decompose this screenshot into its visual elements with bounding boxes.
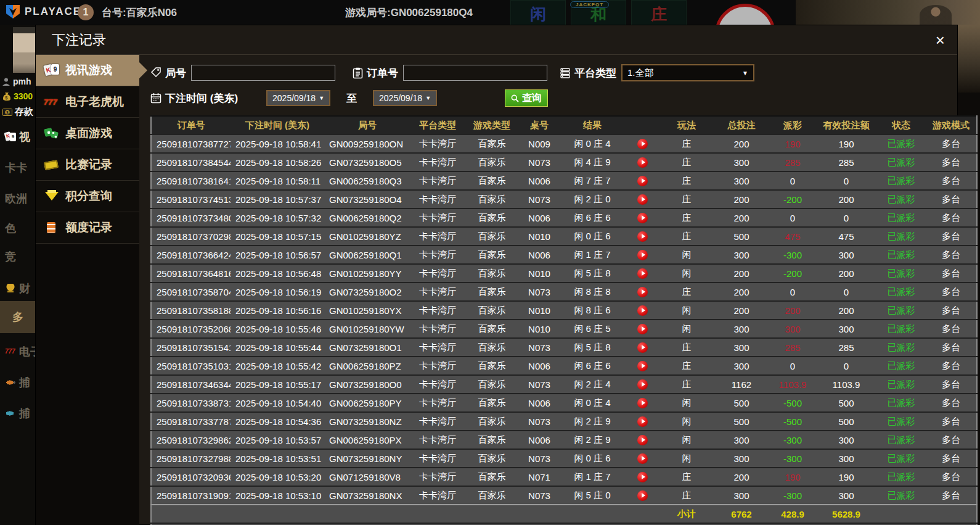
cell-result: 闲 2 庄 9: [560, 431, 625, 449]
cell-mode: 多台: [926, 153, 977, 172]
cell-valid: 500: [816, 412, 876, 431]
cell-status: 已派彩: [876, 190, 926, 209]
brand-logo[interactable]: PLAYACE: [5, 4, 81, 20]
replay-play-button[interactable]: [637, 250, 648, 260]
replay-play-button[interactable]: [637, 231, 648, 242]
bg-menu-label: 欧洲: [5, 191, 27, 206]
replay-play-button[interactable]: [637, 472, 648, 482]
cell-order: 250918107337787: [151, 412, 231, 431]
bg-menu-item: 欧洲: [5, 186, 27, 211]
deposit-label: 存款: [15, 106, 33, 118]
cell-play: [625, 209, 659, 227]
cell-payout: -200: [769, 264, 816, 283]
bg-menu-item: 卡卡: [5, 155, 27, 180]
round-number-input[interactable]: [191, 65, 335, 81]
cell-game: 百家乐: [465, 431, 519, 449]
replay-play-button[interactable]: [637, 416, 648, 427]
replay-play-button[interactable]: [637, 176, 648, 186]
replay-play-button[interactable]: [637, 398, 648, 408]
search-button[interactable]: 查询: [505, 89, 548, 107]
cell-valid: 1103.9: [816, 375, 876, 394]
replay-play-button[interactable]: [637, 379, 648, 390]
cell-mode: 多台: [926, 301, 977, 320]
cell-mode: 多台: [926, 134, 977, 153]
cell-table: N010: [519, 301, 560, 320]
platform-type-select[interactable]: 1.全部 ▼: [621, 64, 754, 81]
replay-play-button[interactable]: [637, 435, 648, 445]
cell-hall: 卡卡湾厅: [410, 301, 465, 320]
tab-slots[interactable]: 电子老虎机: [36, 86, 139, 118]
replay-play-button[interactable]: [637, 139, 648, 149]
date-to-select[interactable]: 2025/09/18 ▼: [373, 90, 437, 106]
trophy-icon: [5, 284, 16, 294]
replay-play-button[interactable]: [637, 342, 648, 353]
cell-stake: 200: [714, 301, 769, 320]
cell-order: 250918107370298: [151, 227, 231, 246]
tab-points-query[interactable]: 积分查询: [36, 181, 139, 212]
tab-match-records[interactable]: 比赛记录: [36, 149, 139, 181]
date-to-value: 2025/09/18: [379, 93, 422, 103]
cell-valid: 300: [816, 486, 876, 505]
tab-live-games[interactable]: 视讯游戏: [36, 55, 139, 86]
cell-payout: 200: [769, 301, 816, 320]
replay-play-button[interactable]: [637, 268, 648, 279]
cell-table: N073: [519, 190, 560, 209]
replay-play-button[interactable]: [637, 361, 648, 371]
cell-hall: 卡卡湾厅: [410, 320, 465, 338]
left-sidebar-strip: pmh $ 3300 $ 存款 视卡卡欧洲色竞财多电子捕捕: [0, 25, 35, 525]
game-round-label: 游戏局号:GN006259180Q4: [345, 6, 473, 20]
tab-label: 额度记录: [65, 220, 112, 236]
cell-order: 250918107387727: [151, 134, 231, 153]
svg-text:$: $: [5, 95, 8, 101]
replay-play-button[interactable]: [637, 305, 648, 316]
table-row: 2509181073664242025-09-18 10:56:57GN0062…: [151, 246, 977, 264]
clipboard-icon: [353, 67, 363, 79]
cell-status: 已派彩: [876, 394, 926, 412]
table-row: 2509181073279882025-09-18 10:53:51GN0732…: [151, 449, 977, 468]
cell-valid: 300: [816, 246, 876, 264]
replay-play-button[interactable]: [637, 453, 648, 464]
column-header: 局号: [324, 116, 410, 134]
cell-mode: 多台: [926, 283, 977, 301]
replay-play-button[interactable]: [637, 324, 648, 334]
cell-result: 闲 6 庄 5: [560, 320, 625, 338]
tab-table-games[interactable]: 桌面游戏: [36, 118, 139, 149]
cell-hall: 卡卡湾厅: [410, 357, 465, 375]
replay-play-button[interactable]: [637, 213, 648, 223]
cell-round: GN073259180O5: [324, 153, 410, 172]
cell-order: 250918107329862: [151, 431, 231, 449]
bg-menu-label: 色: [5, 221, 16, 236]
close-icon[interactable]: ×: [936, 32, 945, 48]
summary-label: 小计: [659, 505, 714, 523]
cell-table: N073: [519, 338, 560, 357]
table-row: 2509181073734802025-09-18 10:57:32GN0062…: [151, 209, 977, 227]
replay-play-button[interactable]: [637, 194, 648, 205]
order-number-input[interactable]: [403, 65, 547, 81]
table-row: 2509181073298622025-09-18 10:53:57GN0062…: [151, 431, 977, 449]
cell-payout: -300: [769, 486, 816, 505]
cell-payout: 285: [769, 153, 816, 172]
date-from-select[interactable]: 2025/09/18 ▼: [266, 90, 330, 106]
cell-mode: 多台: [926, 227, 977, 246]
deposit-row: $ 存款: [2, 106, 33, 118]
replay-play-button[interactable]: [637, 157, 648, 168]
cell-table: N073: [519, 375, 560, 394]
cell-order: 250918107374513: [151, 190, 231, 209]
cell-round: GN010259180YZ: [324, 227, 410, 246]
cell-status: 已派彩: [876, 227, 926, 246]
platform-filter-label: 平台类型: [574, 66, 616, 80]
cell-round: GN009259180ON: [324, 134, 410, 153]
replay-play-button[interactable]: [637, 490, 648, 501]
cell-table: N006: [519, 394, 560, 412]
tab-quota-records[interactable]: 额度记录: [36, 212, 139, 244]
table-number-badge: 1: [78, 4, 94, 20]
topbar: PLAYACE 1 台号:百家乐N06 游戏局号:GN006259180Q4 闲…: [0, 0, 980, 25]
replay-play-button[interactable]: [637, 287, 648, 297]
column-header: 玩法: [659, 116, 714, 134]
cell-stake: 200: [714, 134, 769, 153]
column-header: 桌号: [519, 116, 560, 134]
bet-zone-banker: 庄: [631, 0, 687, 25]
tag-icon: [150, 67, 161, 78]
cell-play: [625, 320, 659, 338]
cell-hall: 卡卡湾厅: [410, 412, 465, 431]
